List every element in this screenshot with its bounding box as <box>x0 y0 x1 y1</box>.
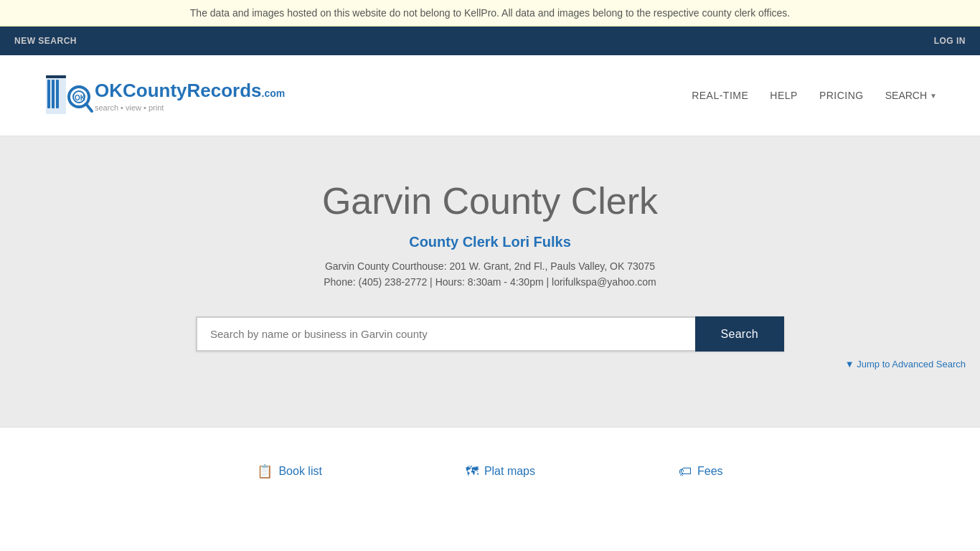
footer-links: 📋 Book list 🗺 Plat maps 🏷 Fees <box>0 427 980 515</box>
svg-rect-3 <box>56 80 59 108</box>
contact-info: Phone: (405) 238-2772 | Hours: 8:30am - … <box>324 276 656 288</box>
fees-icon: 🏷 <box>679 464 692 479</box>
top-nav: NEW SEARCH LOG IN <box>0 27 980 55</box>
svg-text:OK: OK <box>75 94 86 102</box>
search-bar: Search <box>196 316 784 352</box>
logo-domain: .com <box>262 88 286 99</box>
svg-rect-2 <box>52 80 55 108</box>
svg-line-7 <box>86 104 92 111</box>
book-list-icon: 📋 <box>257 463 273 479</box>
svg-rect-1 <box>47 80 50 108</box>
courthouse-address: Garvin County Courthouse: 201 W. Grant, … <box>325 260 655 272</box>
notice-banner: The data and images hosted on this websi… <box>0 0 980 27</box>
logo-brand: OKCountyRecords <box>95 80 262 102</box>
svg-rect-4 <box>46 75 66 78</box>
county-title: Garvin County Clerk <box>322 179 658 222</box>
banner-text: The data and images hosted on this websi… <box>190 7 790 19</box>
search-input[interactable] <box>196 316 695 352</box>
clerk-name: County Clerk Lori Fulks <box>409 234 571 250</box>
fees-link[interactable]: 🏷 Fees <box>679 463 723 479</box>
main-nav: REAL-TIME HELP PRICING SEARCH ▼ <box>692 90 937 101</box>
hero-section: Garvin County Clerk County Clerk Lori Fu… <box>0 136 980 427</box>
nav-realtime[interactable]: REAL-TIME <box>692 90 748 101</box>
logo-text: OKCountyRecords .com search • view • pri… <box>95 80 285 112</box>
header: OK OKCountyRecords .com search • view • … <box>0 55 980 136</box>
book-list-label: Book list <box>278 465 321 478</box>
nav-search-label: SEARCH <box>885 90 927 101</box>
nav-help[interactable]: HELP <box>770 90 798 101</box>
fees-label: Fees <box>697 465 723 478</box>
nav-pricing[interactable]: PRICING <box>819 90 864 101</box>
logo-icon: OK <box>43 70 95 121</box>
advanced-search-link[interactable]: ▼ Jump to Advanced Search <box>845 359 966 369</box>
new-search-link[interactable]: NEW SEARCH <box>14 36 77 46</box>
search-button[interactable]: Search <box>695 316 785 352</box>
chevron-down-icon: ▼ <box>930 92 937 100</box>
book-list-link[interactable]: 📋 Book list <box>257 463 321 479</box>
logo[interactable]: OK OKCountyRecords .com search • view • … <box>43 70 285 121</box>
nav-search-dropdown[interactable]: SEARCH ▼ <box>885 90 937 101</box>
plat-maps-icon: 🗺 <box>466 464 479 479</box>
plat-maps-label: Plat maps <box>484 465 535 478</box>
log-in-link[interactable]: LOG IN <box>934 36 966 46</box>
plat-maps-link[interactable]: 🗺 Plat maps <box>466 463 535 479</box>
logo-tagline: search • view • print <box>95 103 285 112</box>
